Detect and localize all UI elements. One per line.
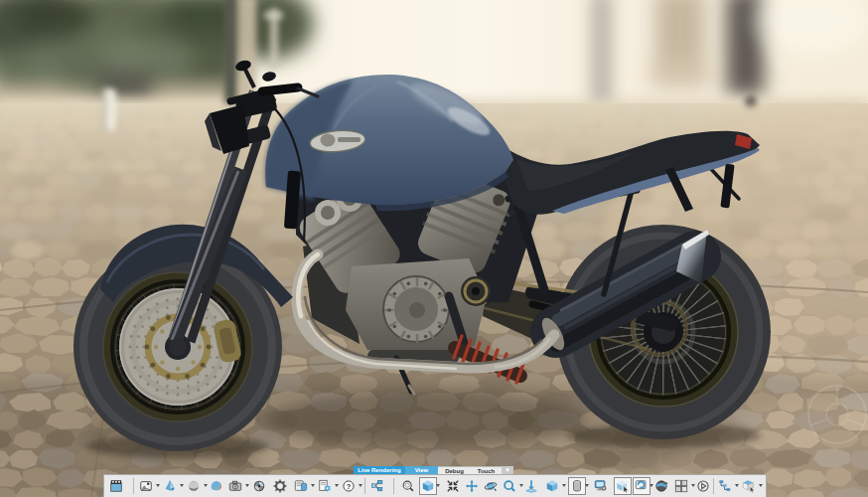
svg-text:?: ? [347, 482, 352, 491]
